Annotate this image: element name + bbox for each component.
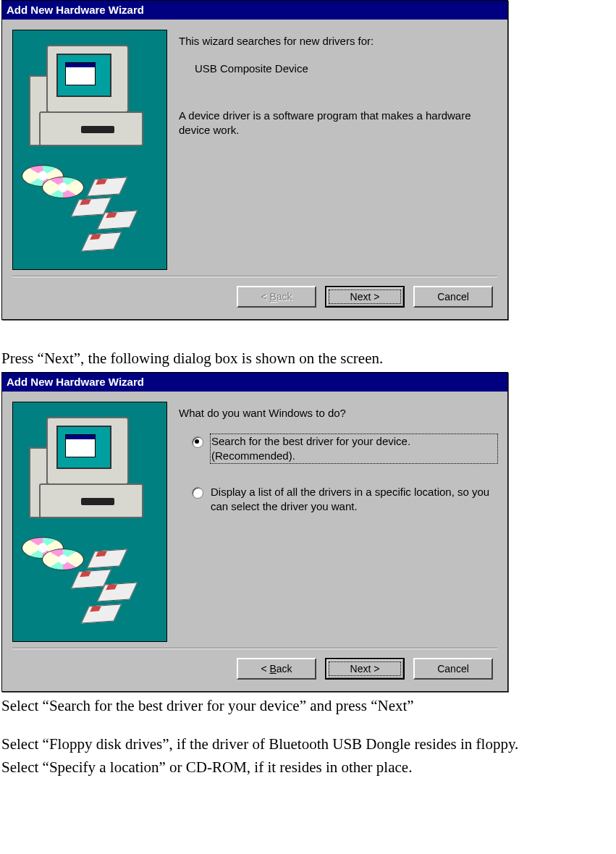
next-button[interactable]: Next > — [325, 658, 405, 680]
cancel-button[interactable]: Cancel — [413, 286, 493, 308]
dialog-title: Add New Hardware Wizard — [2, 373, 507, 392]
hardware-wizard-dialog-2: Add New Hardware Wizard What do you want — [1, 372, 508, 692]
radio-label: Display a list of all the drivers in a s… — [211, 485, 497, 515]
radio-option-list[interactable]: Display a list of all the drivers in a s… — [192, 485, 497, 515]
question-text: What do you want Windows to do? — [179, 406, 497, 420]
separator — [12, 276, 497, 277]
dialog-content: What do you want Windows to do? Search f… — [179, 402, 497, 642]
radio-label: Search for the best driver for your devi… — [211, 434, 497, 464]
dialog-content: This wizard searches for new drivers for… — [179, 30, 497, 270]
intro-text: This wizard searches for new drivers for… — [179, 34, 497, 48]
separator — [12, 648, 497, 649]
explanation-text: A device driver is a software program th… — [179, 109, 497, 138]
radio-option-search[interactable]: Search for the best driver for your devi… — [192, 434, 497, 464]
radio-icon — [192, 487, 203, 499]
instruction-4: Select “Specify a location” or CD-ROM, i… — [1, 758, 615, 777]
cancel-button[interactable]: Cancel — [413, 658, 493, 680]
device-name: USB Composite Device — [195, 62, 497, 76]
hardware-wizard-dialog-1: Add New Hardware Wizard This wizard sear… — [1, 0, 508, 320]
dialog-body: What do you want Windows to do? Search f… — [2, 392, 507, 691]
button-row: < Back Next > Cancel — [12, 286, 497, 312]
wizard-sidebar-image — [12, 402, 167, 642]
back-button[interactable]: < Back — [237, 658, 316, 680]
radio-icon — [192, 436, 203, 448]
wizard-sidebar-image — [12, 30, 167, 270]
dialog-body: This wizard searches for new drivers for… — [2, 20, 507, 319]
dialog-title: Add New Hardware Wizard — [2, 1, 507, 20]
button-row: < Back Next > Cancel — [12, 658, 497, 684]
instruction-3: Select “Floppy disk drives”, if the driv… — [1, 735, 615, 753]
instruction-1: Press “Next”, the following dialog box i… — [1, 349, 615, 368]
instruction-2: Select “Search for the best driver for y… — [1, 696, 615, 715]
back-button: < Back — [237, 286, 316, 308]
next-button[interactable]: Next > — [325, 286, 405, 308]
